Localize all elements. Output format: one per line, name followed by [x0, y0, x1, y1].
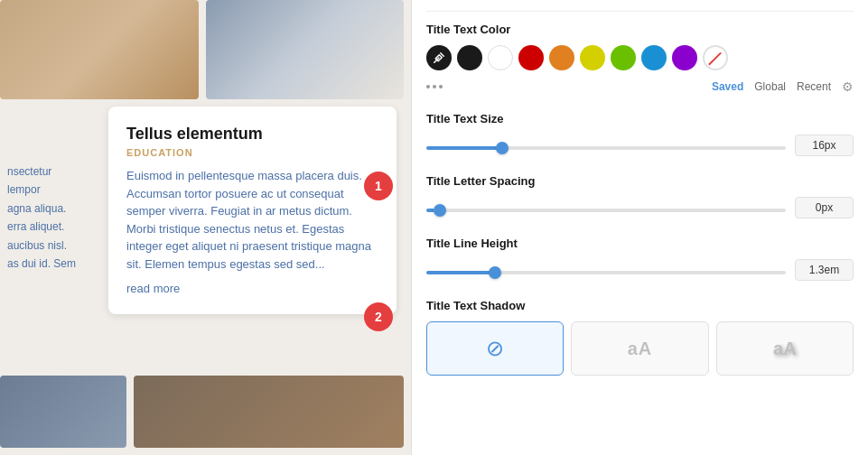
color-swatches-row: [426, 45, 854, 70]
eyedropper-swatch[interactable]: [426, 45, 452, 70]
bottom-image-left: [0, 376, 126, 448]
no-shadow-icon: ⊘: [486, 336, 504, 361]
text-size-row: 16px: [426, 135, 854, 156]
text-size-slider-wrapper: [426, 137, 786, 153]
bottom-images-row: [0, 376, 404, 448]
preview-area: nsectetur lempor agna aliqua. erra aliqu…: [0, 0, 411, 455]
letter-spacing-label: Title Letter Spacing: [426, 174, 854, 188]
color-orange[interactable]: [549, 45, 574, 70]
color-yellow[interactable]: [580, 45, 605, 70]
color-none[interactable]: [703, 45, 728, 70]
letter-spacing-slider-wrapper: [426, 200, 786, 216]
top-image-left: [0, 0, 199, 99]
line-height-section: Title Line Height 1.3em: [426, 237, 854, 281]
tab-global[interactable]: Global: [754, 80, 786, 93]
tab-saved[interactable]: Saved: [712, 80, 743, 93]
text-size-slider[interactable]: [426, 146, 786, 150]
shadow-none-button[interactable]: ⊘: [426, 321, 564, 376]
step-badge-1: 1: [364, 172, 393, 200]
shadow-options-row: ⊘ aA aA: [426, 321, 854, 376]
line-height-slider-wrapper: [426, 262, 786, 278]
preview-card: Tellus elementum EDUCATION Euismod in pe…: [108, 107, 397, 314]
tab-recent[interactable]: Recent: [797, 80, 831, 93]
card-readmore-link[interactable]: read more: [126, 282, 180, 295]
gear-icon[interactable]: ⚙: [842, 79, 854, 94]
color-section-label: Title Text Color: [426, 23, 854, 36]
color-black[interactable]: [457, 45, 482, 70]
letter-spacing-value: 0px: [795, 197, 854, 218]
card-category: EDUCATION: [126, 147, 378, 158]
letter-spacing-slider[interactable]: [426, 209, 786, 212]
card-body-text: Euismod in pellentesque massa placera du…: [126, 167, 378, 273]
card-title: Tellus elementum: [126, 125, 378, 144]
left-text-content: nsectetur lempor agna aliqua. erra aliqu…: [7, 165, 76, 270]
step-badge-2: 2: [364, 302, 393, 331]
text-size-label: Title Text Size: [426, 112, 854, 125]
shadow-light-text: aA: [628, 339, 653, 359]
top-images-row: [0, 0, 404, 99]
text-size-value: 16px: [795, 135, 854, 156]
color-tabs: Saved Global Recent ⚙: [712, 79, 854, 94]
color-blue[interactable]: [641, 45, 667, 70]
line-height-value: 1.3em: [795, 259, 854, 281]
line-height-label: Title Line Height: [426, 237, 854, 250]
top-image-right: [206, 0, 405, 99]
settings-panel: Title Text Color: [411, 0, 868, 455]
text-shadow-label: Title Text Shadow: [426, 299, 854, 312]
color-section: Title Text Color: [426, 23, 854, 94]
letter-spacing-row: 0px: [426, 197, 854, 218]
more-colors-dots[interactable]: [426, 85, 443, 88]
shadow-dark-text: aA: [773, 339, 797, 359]
bottom-image-right: [134, 376, 404, 448]
line-height-row: 1.3em: [426, 259, 854, 281]
top-divider: [426, 11, 854, 12]
color-red[interactable]: [518, 45, 544, 70]
letter-spacing-section: Title Letter Spacing 0px: [426, 174, 854, 218]
left-text-column: nsectetur lempor agna aliqua. erra aliqu…: [0, 162, 104, 273]
color-green[interactable]: [611, 45, 636, 70]
shadow-dark-button[interactable]: aA: [716, 321, 854, 376]
shadow-light-button[interactable]: aA: [571, 321, 708, 376]
color-white[interactable]: [488, 45, 513, 70]
color-purple[interactable]: [672, 45, 697, 70]
text-shadow-section: Title Text Shadow ⊘ aA aA: [426, 299, 854, 376]
line-height-slider[interactable]: [426, 271, 786, 274]
text-size-section: Title Text Size 16px: [426, 112, 854, 156]
